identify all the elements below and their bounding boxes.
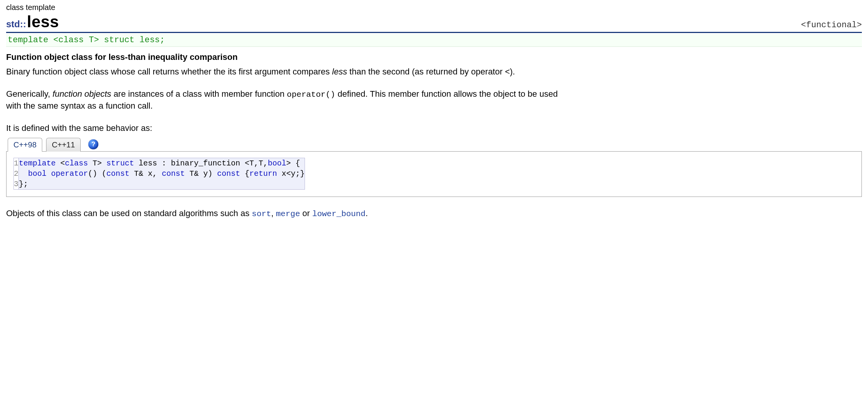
code-block: 1 2 3 template <class T> struct less : b… <box>13 158 305 190</box>
code-text: T> <box>88 159 106 168</box>
em-function-objects: function objects <box>53 89 111 99</box>
code-text: () ( <box>88 169 106 178</box>
code-keyword: const <box>162 169 185 178</box>
tab-bar: C++98 C++11 ? <box>6 137 862 151</box>
text: or <box>300 208 312 218</box>
paragraph-footer: Objects of this class can be used on sta… <box>6 208 862 218</box>
code-keyword: bool <box>28 169 46 178</box>
title-namespace: std:: <box>6 19 26 30</box>
code-text: < <box>56 159 65 168</box>
em-less: less <box>332 67 347 76</box>
tab-cpp11[interactable]: C++11 <box>46 138 81 152</box>
title-row: std::less <functional> <box>6 13 862 33</box>
code-text: > { <box>286 159 300 168</box>
code-text: T& x, <box>129 169 162 178</box>
code-text: x<y;} <box>277 169 305 178</box>
header-file-hint: <functional> <box>801 20 862 30</box>
code-text: T& y) <box>185 169 217 178</box>
code-keyword: struct <box>106 159 134 168</box>
declaration-block: template <class T> struct less; <box>6 34 862 47</box>
code-text <box>19 169 28 178</box>
paragraph-1: Binary function object class whose call … <box>6 66 575 78</box>
code-text: less : binary_function <T,T, <box>134 159 268 168</box>
tab-panel: 1 2 3 template <class T> struct less : b… <box>6 151 862 197</box>
text: Generically, <box>6 89 53 99</box>
code-keyword: class <box>65 159 88 168</box>
short-description: Function object class for less-than ineq… <box>6 52 862 62</box>
paragraph-2: Generically, function objects are instan… <box>6 88 575 112</box>
code-keyword: template <box>19 159 56 168</box>
text: Objects of this class can be used on sta… <box>6 208 252 218</box>
text: Binary function object class whose call … <box>6 67 332 76</box>
text: are instances of a class with member fun… <box>111 89 287 99</box>
title-left: std::less <box>6 13 59 31</box>
code-keyword: const <box>217 169 240 178</box>
code-text: }; <box>19 180 28 188</box>
help-icon[interactable]: ? <box>88 139 98 149</box>
kind-label: class template <box>6 3 862 12</box>
code-text <box>46 169 51 178</box>
paragraph-3: It is defined with the same behavior as: <box>6 122 575 134</box>
code-line-numbers: 1 2 3 <box>14 158 19 190</box>
link-merge[interactable]: merge <box>276 210 300 218</box>
text: , <box>271 208 276 218</box>
code-keyword: operator <box>51 169 88 178</box>
page-title: less <box>27 13 59 31</box>
link-lower-bound[interactable]: lower_bound <box>312 210 366 218</box>
tab-cpp98[interactable]: C++98 <box>8 138 42 152</box>
code-keyword: const <box>106 169 129 178</box>
link-sort[interactable]: sort <box>252 210 271 218</box>
code-keyword: bool <box>268 159 286 168</box>
declaration-code: template <class T> struct less; <box>8 35 165 45</box>
code-text: { <box>240 169 249 178</box>
code-keyword: return <box>249 169 277 178</box>
tabs-container: C++98 C++11 ? 1 2 3 template <class T> s… <box>6 137 862 197</box>
code-operator-parens: operator() <box>287 90 335 99</box>
code-content: template <class T> struct less : binary_… <box>19 158 305 190</box>
text: . <box>366 208 368 218</box>
text: than the second (as returned by operator… <box>347 67 515 76</box>
